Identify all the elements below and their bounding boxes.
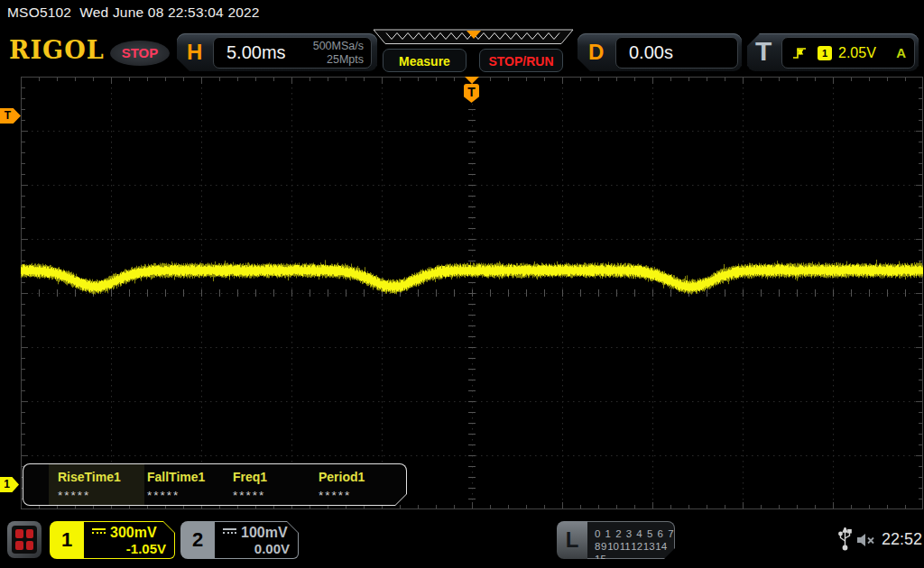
usb-icon: [838, 527, 852, 551]
channel2-number: 2: [180, 521, 215, 559]
oscilloscope-screen: MSO5102 Wed June 08 22:53:04 2022 RIGOL …: [0, 0, 924, 568]
measurement-falltime[interactable]: FallTime1 *****: [147, 464, 237, 502]
logic-channel-list: 0 1 2 3 4 5 6 7 8 9 10 11 12 13 14 15: [587, 521, 675, 559]
horizontal-delay-panel[interactable]: D 0.00s: [578, 33, 742, 71]
trigger-level-value: 2.05V: [838, 45, 876, 61]
rigol-logo: RIGOL: [9, 36, 105, 64]
model-datetime-text: MSO5102 Wed June 08 22:53:04 2022: [7, 5, 260, 21]
channel1-number: 1: [50, 521, 84, 559]
memory-depth: 25Mpts: [313, 53, 364, 67]
channel1-ground-marker[interactable]: 1: [0, 477, 19, 492]
clock-text: 22:52: [882, 530, 922, 549]
logic-channels-badge[interactable]: L 0 1 2 3 4 5 6 7 8 9 10 11 12 13 14 15: [557, 521, 675, 559]
measure-button[interactable]: Measure: [383, 49, 467, 72]
channel1-scale: 300mV: [110, 525, 157, 541]
dc-coupling-icon: [223, 528, 236, 538]
channel2-offset: 0.00V: [254, 541, 290, 556]
horizontal-timebase-panel[interactable]: H 5.00ms 500MSa/s 25Mpts: [177, 33, 377, 71]
channel2-badge[interactable]: 2 100mV 0.00V: [180, 521, 299, 559]
run-state-badge: STOP: [110, 41, 170, 66]
horizontal-label: H: [187, 40, 202, 65]
menu-square: [15, 529, 23, 538]
channel1-offset: -1.05V: [126, 541, 166, 556]
waveform-position-indicator[interactable]: [373, 29, 575, 45]
sample-rate: 500MSa/s: [313, 40, 364, 53]
measurement-panel: RiseTime1 ***** FallTime1 ***** Freq1 **…: [23, 463, 407, 506]
menu-square: [26, 541, 34, 550]
logic-label: L: [557, 521, 587, 559]
channel1-settings: 300mV -1.05V: [84, 522, 174, 558]
speaker-muted-icon: [855, 532, 877, 548]
channel2-settings: 100mV 0.00V: [215, 522, 298, 558]
stop-run-button[interactable]: STOP/RUN: [479, 49, 563, 72]
delay-label: D: [588, 40, 604, 65]
trigger-position-marker[interactable]: T: [464, 77, 480, 103]
dc-coupling-icon: [92, 528, 106, 538]
timebase-box: 5.00ms 500MSa/s 25Mpts: [213, 37, 372, 69]
logic-row-0-7: 0 1 2 3 4 5 6 7: [595, 527, 674, 540]
trigger-level-marker[interactable]: T: [0, 108, 21, 124]
timebase-value: 5.00ms: [226, 42, 286, 63]
delay-box: 0.00s: [615, 37, 738, 69]
acquisition-info: 500MSa/s 25Mpts: [313, 40, 364, 67]
trigger-panel[interactable]: T 1 2.05V A: [747, 33, 919, 71]
menu-grid-icon[interactable]: [7, 521, 42, 558]
measurement-risetime[interactable]: RiseTime1 *****: [58, 464, 148, 502]
channel2-scale: 100mV: [241, 525, 288, 541]
trigger-position-arrow-icon: [465, 77, 479, 84]
channel1-waveform: [21, 77, 923, 509]
trigger-source-badge: 1: [818, 46, 832, 60]
measurement-panel-body: RiseTime1 ***** FallTime1 ***** Freq1 **…: [23, 464, 406, 505]
menu-square: [26, 529, 34, 538]
trigger-position-flag: T: [464, 84, 479, 103]
measurement-freq[interactable]: Freq1 *****: [233, 464, 323, 502]
channel1-badge[interactable]: 1 300mV -1.05V: [50, 521, 175, 559]
menu-square: [15, 541, 23, 550]
trigger-box: 1 2.05V A: [781, 37, 915, 69]
measurement-period[interactable]: Period1 *****: [319, 464, 409, 502]
menu-grid-inner: [12, 526, 37, 554]
rising-edge-icon: [793, 46, 807, 60]
trigger-label: T: [755, 36, 772, 67]
delay-value: 0.00s: [629, 42, 673, 63]
logic-row-8-15: 8 9 10 11 12 13 14 15: [595, 540, 674, 565]
trigger-sweep-mode: A: [896, 45, 906, 60]
